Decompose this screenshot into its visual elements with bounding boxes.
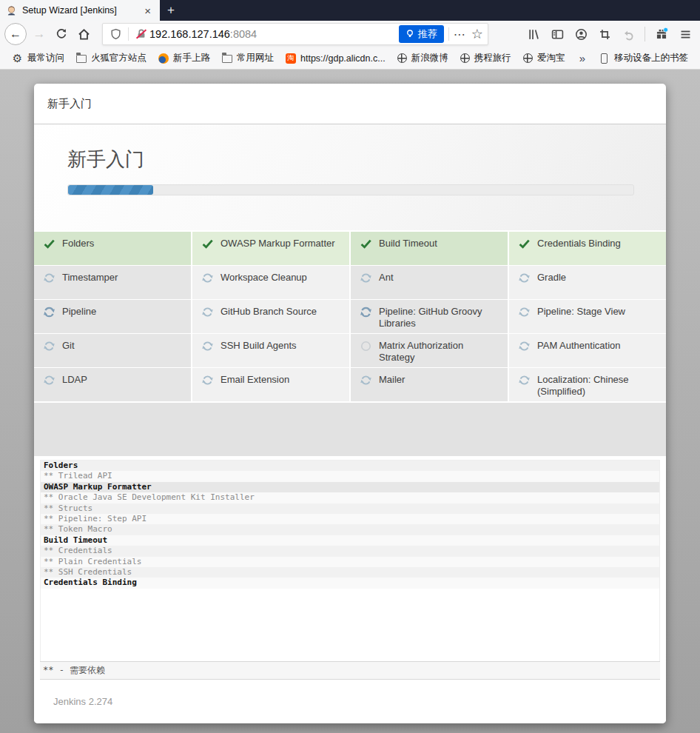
back-button[interactable]: ← xyxy=(4,23,27,45)
bookmark-item[interactable]: https://gdp.alicdn.c... xyxy=(281,52,390,65)
account-icon[interactable] xyxy=(571,24,591,44)
plugin-cell: Ant xyxy=(351,266,508,299)
log-line: OWASP Markup Formatter xyxy=(41,482,659,492)
plugin-name: Email Extension xyxy=(221,374,289,401)
reload-button[interactable] xyxy=(50,23,73,45)
bookmark-item[interactable]: 新浪微博 xyxy=(393,50,453,66)
plugin-cell: Matrix Authorization Strategy xyxy=(351,334,508,367)
divider xyxy=(128,27,129,41)
plugin-grid: Folders xyxy=(34,232,666,401)
globe-icon xyxy=(523,53,533,63)
phone-icon xyxy=(599,53,610,64)
check-icon xyxy=(201,238,214,250)
refresh-icon xyxy=(201,340,214,352)
install-console: Folders** Trilead APIOWASP Markup Format… xyxy=(40,460,660,661)
bookmark-item[interactable]: 新手上路 xyxy=(154,50,215,66)
bookmark-label: 新浪微博 xyxy=(411,52,448,64)
dialog-title: 新手入门 xyxy=(34,84,666,124)
folder-icon xyxy=(76,55,87,63)
plugin-name: Ant xyxy=(379,272,394,299)
bookmark-star-icon[interactable]: ☆ xyxy=(471,26,483,42)
plugin-name: GitHub Branch Source xyxy=(221,306,317,333)
whats-new-gift-icon[interactable] xyxy=(651,24,672,44)
tracking-shield-icon[interactable] xyxy=(107,28,124,40)
taobao-icon xyxy=(286,53,296,64)
plugin-name: Git xyxy=(62,340,75,367)
refresh-icon xyxy=(518,306,531,318)
bookmark-item[interactable]: 常用网址 xyxy=(218,50,278,66)
screenshot-icon[interactable] xyxy=(594,24,615,44)
menu-hamburger-icon[interactable] xyxy=(675,24,696,44)
plugin-name: Gradle xyxy=(537,272,566,299)
url-text[interactable]: 192.168.127.146:8084 xyxy=(149,28,399,40)
plugin-cell: Gradle xyxy=(509,266,666,299)
refresh-icon xyxy=(43,340,55,352)
plugin-cell: Folders xyxy=(34,232,191,265)
bookmark-item[interactable]: 爱淘宝 xyxy=(519,50,570,66)
browser-tab[interactable]: Setup Wizard [Jenkins] × xyxy=(0,0,160,21)
globe-icon xyxy=(460,53,470,63)
plugin-name: LDAP xyxy=(62,374,87,401)
plugin-name: Matrix Authorization Strategy xyxy=(379,340,502,367)
url-bar[interactable]: 192.168.127.146:8084 推荐 ⋯ ☆ xyxy=(102,23,488,45)
tab-title: Setup Wizard [Jenkins] xyxy=(22,5,136,16)
plugin-cell: Pipeline: Stage View xyxy=(509,300,666,333)
mobile-bookmarks[interactable]: 移动设备上的书签 xyxy=(594,50,693,66)
navigation-toolbar: ← → 192.168.127.146:8084 xyxy=(0,21,700,47)
installing-spinner-icon xyxy=(360,306,372,318)
bookmarks-list: 最常访问 火狐官方站点 新手上路 常用网址 https://gdp.alicdn… xyxy=(7,50,569,66)
refresh-icon xyxy=(360,374,372,386)
plugin-cell: Workspace Cleanup xyxy=(192,266,349,299)
queued-circle-icon xyxy=(360,340,372,352)
refresh-icon xyxy=(518,272,531,284)
toolbar-right-icons xyxy=(523,24,696,44)
progress-bar xyxy=(67,184,634,195)
plugin-name: Localization: Chinese (Simplified) xyxy=(537,374,660,401)
grid-footer-band xyxy=(34,403,666,456)
url-port: :8084 xyxy=(230,28,257,40)
check-icon xyxy=(360,238,372,250)
plugin-cell: Build Timeout xyxy=(351,232,508,265)
page-background: 新手入门 新手入门 xyxy=(0,70,700,733)
refresh-icon xyxy=(43,374,55,386)
plugin-name: PAM Authentication xyxy=(537,340,621,367)
bookmark-item[interactable]: 最常访问 xyxy=(7,50,69,66)
lightbulb-icon xyxy=(405,29,414,39)
tab-close-icon[interactable]: × xyxy=(141,4,154,17)
log-line: ** Structs xyxy=(41,503,659,514)
log-line: ** SSH Credentials xyxy=(41,567,659,578)
log-line: Folders xyxy=(41,461,659,471)
divider xyxy=(448,27,449,41)
plugin-cell: GitHub Branch Source xyxy=(192,300,349,333)
recommend-button[interactable]: 推荐 xyxy=(399,25,444,43)
plugin-cell: Git xyxy=(34,334,191,367)
insecure-lock-icon[interactable] xyxy=(133,28,149,40)
new-tab-button[interactable]: + xyxy=(160,0,182,21)
plugin-cell: Email Extension xyxy=(192,368,349,401)
divider xyxy=(645,27,645,41)
refresh-icon xyxy=(43,272,55,284)
refresh-icon xyxy=(518,340,531,352)
library-icon[interactable] xyxy=(523,24,544,44)
plugin-name: Credentials Binding xyxy=(537,238,621,265)
plugin-name: Workspace Cleanup xyxy=(221,272,307,299)
plugin-name: SSH Build Agents xyxy=(221,340,297,367)
refresh-icon xyxy=(201,306,214,318)
sidebar-icon[interactable] xyxy=(547,24,568,44)
bookmarks-overflow-chevron[interactable]: » xyxy=(573,52,591,64)
bookmark-item[interactable]: 携程旅行 xyxy=(456,50,516,66)
plugin-name: Folders xyxy=(62,238,94,265)
page-actions-icon[interactable]: ⋯ xyxy=(454,27,465,41)
log-line: ** Plain Credentials xyxy=(41,557,659,567)
dependency-note: ** - 需要依赖 xyxy=(40,661,660,680)
bookmark-label: 常用网址 xyxy=(237,52,274,64)
home-button[interactable] xyxy=(73,23,95,45)
log-line: Credentials Binding xyxy=(41,578,659,588)
plugin-name: Pipeline xyxy=(62,306,96,333)
bookmark-label: 爱淘宝 xyxy=(537,52,565,64)
gear-icon xyxy=(12,53,23,64)
bookmark-label: 携程旅行 xyxy=(474,52,511,64)
plugin-cell: Mailer xyxy=(351,368,508,401)
jenkins-favicon xyxy=(6,5,17,16)
bookmark-item[interactable]: 火狐官方站点 xyxy=(72,50,151,66)
